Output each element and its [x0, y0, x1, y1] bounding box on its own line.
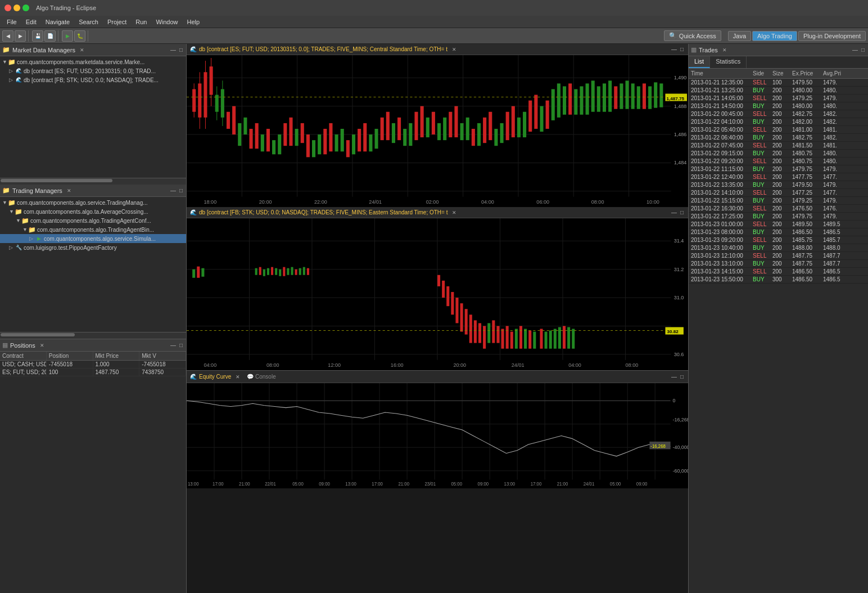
tm-scrollbar[interactable]	[0, 332, 186, 336]
perspective-java[interactable]: Java	[728, 31, 751, 41]
col-exprice: Ex.Price	[790, 70, 821, 77]
pos-cell-1-0: ES; FUT; USD; 201	[0, 369, 47, 376]
tab-list[interactable]: List	[689, 56, 710, 68]
new-icon[interactable]: 📄	[44, 30, 56, 42]
tree-tm-conf[interactable]: ▼ 📁 com.quantcomponents.algo.TradingAgen…	[0, 216, 186, 225]
tree-item-es-db[interactable]: ▷ 🌊 db [contract [ES; FUT; USD; 20130315…	[0, 66, 186, 75]
minimize-chart-fb[interactable]: —	[670, 209, 678, 215]
svg-rect-85	[563, 86, 566, 114]
trade-row: 2013-01-22 09:20:00 SELL 200 1480.75 148…	[689, 158, 868, 165]
svg-text:1,484: 1,484	[674, 160, 687, 165]
trading-managers-tree: ▼ 📁 com.quantcomponents.algo.service.Tra…	[0, 197, 186, 332]
right-panel: ▦ Trades ✕ — □ List Statistics Time Side…	[688, 44, 868, 593]
minimize-panel-btn[interactable]: —	[169, 47, 177, 53]
perspective-plugin[interactable]: Plug-in Development	[798, 31, 866, 41]
tree-tm-sim[interactable]: ▷ ▶ com.quantcomponents.algo.service.Sim…	[0, 234, 186, 243]
tree-tm-pippo[interactable]: ▷ 🔧 com.luigisgro.test.PippoAgentFactory	[0, 243, 186, 252]
tab-statistics[interactable]: Statistics	[710, 56, 747, 68]
console-tab[interactable]: 💬 Console	[247, 374, 275, 380]
trade-avgprice: 1482.	[821, 118, 852, 125]
trades-scroll[interactable]: 2013-01-21 12:35:00 SELL 100 1479.50 147…	[689, 79, 868, 593]
market-data-controls: — □	[169, 47, 184, 53]
tree-tm-avg[interactable]: ▼ 📁 com.quantcomponents.algo.ta.AverageC…	[0, 207, 186, 216]
trades-label: Trades	[699, 47, 718, 53]
trades-close[interactable]: ✕	[722, 47, 727, 53]
maximize-pos-btn[interactable]: □	[178, 342, 184, 348]
menu-project[interactable]: Project	[103, 17, 131, 26]
trade-row: 2013-01-22 14:10:00 SELL 200 1477.25 147…	[689, 189, 868, 197]
trade-exprice: 1487.75	[790, 260, 821, 267]
chart-es-close[interactable]: ✕	[452, 47, 456, 52]
trade-side: BUY	[751, 87, 770, 94]
positions-close[interactable]: ✕	[40, 343, 44, 348]
trading-managers-close[interactable]: ✕	[67, 188, 71, 194]
trade-row: 2013-01-22 09:15:00 BUY 200 1480.75 1480…	[689, 150, 868, 158]
trade-time: 2013-01-22 12:40:00	[689, 173, 751, 181]
menu-file[interactable]: File	[2, 17, 21, 26]
forward-icon[interactable]: ▶	[15, 30, 26, 42]
maximize-panel-btn[interactable]: □	[178, 47, 184, 53]
menu-window[interactable]: Window	[151, 17, 182, 26]
perspective-algo[interactable]: Algo Trading	[752, 31, 797, 41]
mkt-scrollbar[interactable]	[0, 178, 186, 182]
debug-icon[interactable]: 🐛	[74, 30, 85, 42]
tree-item-fb-db[interactable]: ▷ 🌊 db [contract [FB; STK; USD; 0.0; NAS…	[0, 75, 186, 84]
close-button[interactable]	[4, 5, 11, 11]
minimize-button[interactable]	[13, 5, 20, 11]
menu-help[interactable]: Help	[183, 17, 205, 26]
positions-title: ▦ Positions ✕	[2, 342, 44, 349]
maximize-chart-es[interactable]: □	[679, 46, 685, 52]
market-data-close[interactable]: ✕	[80, 47, 84, 53]
trade-exprice: 1482.75	[790, 110, 821, 118]
tree-item-mkt-root[interactable]: ▼ 📁 com.quantcomponents.marketdata.servi…	[0, 57, 186, 66]
svg-rect-169	[528, 330, 531, 348]
svg-rect-84	[557, 83, 560, 117]
equity-close[interactable]: ✕	[236, 374, 240, 380]
run-icon[interactable]: ▶	[62, 30, 73, 42]
minimize-pos-btn[interactable]: —	[169, 342, 177, 348]
trade-time: 2013-01-22 06:40:00	[689, 134, 751, 141]
svg-rect-161	[492, 320, 495, 343]
svg-rect-55	[392, 123, 395, 143]
maximize-button[interactable]	[22, 5, 29, 11]
menu-run[interactable]: Run	[131, 17, 151, 26]
menu-edit[interactable]: Edit	[21, 17, 41, 26]
svg-text:02:00: 02:00	[426, 199, 439, 205]
trade-size: 200	[770, 244, 790, 251]
wave-icon-equity: 🌊	[190, 374, 197, 380]
trade-time: 2013-01-23 08:00:00	[689, 228, 751, 236]
save-icon[interactable]: 💾	[32, 30, 43, 42]
menu-navigate[interactable]: Navigate	[41, 17, 74, 26]
svg-rect-78	[523, 112, 526, 137]
maximize-chart-fb[interactable]: □	[679, 209, 685, 215]
tree-tm-bin[interactable]: ▼ 📁 com.quantcomponents.algo.TradingAgen…	[0, 225, 186, 234]
minimize-equity-btn[interactable]: —	[670, 374, 678, 380]
back-icon[interactable]: ◀	[2, 30, 13, 42]
trades-controls: — □	[851, 47, 866, 53]
minimize-chart-es[interactable]: —	[670, 46, 678, 52]
svg-rect-150	[442, 281, 445, 298]
svg-rect-74	[500, 123, 504, 143]
chart-fb-close[interactable]: ✕	[452, 210, 456, 215]
trade-row: 2013-01-22 16:30:00 SELL 200 1476.50 147…	[689, 205, 868, 213]
quick-access-button[interactable]: 🔍 Quick Access	[664, 30, 721, 41]
trade-size: 200	[770, 173, 790, 181]
tm-root-label: com.quantcomponents.algo.service.Trading…	[17, 200, 148, 206]
trade-time: 2013-01-22 11:15:00	[689, 165, 751, 173]
trade-size: 200	[770, 205, 790, 212]
tree-tm-root[interactable]: ▼ 📁 com.quantcomponents.algo.service.Tra…	[0, 198, 186, 207]
svg-rect-92	[603, 83, 606, 111]
fb-db-label: db [contract [FB; STK; USD; 0.0; NASDAQ]…	[24, 77, 159, 83]
minimize-trades-btn[interactable]: —	[851, 47, 859, 53]
equity-controls: — □	[670, 374, 685, 380]
maximize-equity-btn[interactable]: □	[679, 374, 685, 380]
trade-exprice: 1479.25	[790, 197, 821, 204]
menu-search[interactable]: Search	[74, 17, 103, 26]
window-controls[interactable]	[4, 5, 29, 11]
maximize-tm-btn[interactable]: □	[178, 187, 184, 194]
minimize-tm-btn[interactable]: —	[169, 187, 177, 194]
svg-rect-138	[267, 268, 269, 275]
trade-avgprice: 1476.	[821, 205, 852, 212]
maximize-trades-btn[interactable]: □	[860, 47, 866, 53]
svg-text:31.4: 31.4	[674, 238, 684, 244]
